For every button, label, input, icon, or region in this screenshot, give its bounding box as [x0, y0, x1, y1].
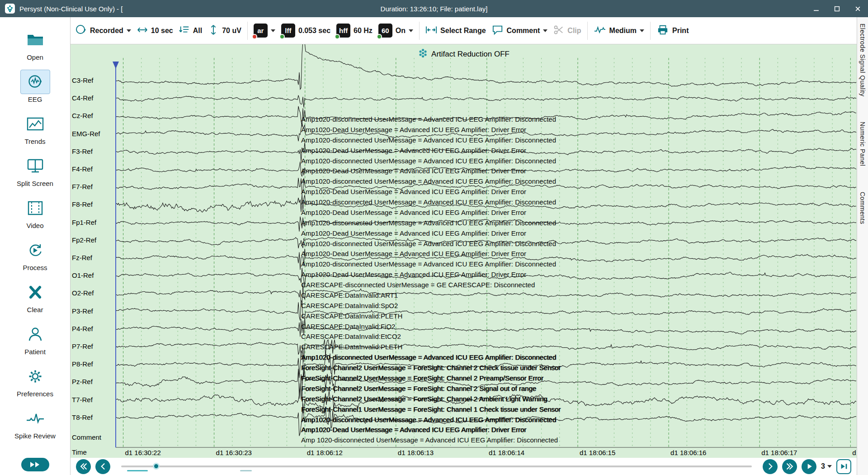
comment-row-label: Comment	[72, 433, 101, 441]
eeg-event-message: Amp1020-disconnected UserMessage = Advan…	[301, 136, 556, 144]
eeg-event-message: Amp1020-Dead UserMessage = Advanced ICU …	[301, 126, 526, 133]
timeline-scrollbar[interactable]	[121, 466, 752, 467]
select-range-button[interactable]: Select Range	[425, 24, 486, 37]
status-led-green	[377, 34, 382, 39]
artifact-reduction-toggle[interactable]: ar	[254, 24, 275, 38]
double-chevron-right-icon	[785, 462, 794, 471]
hff-badge-icon: hff	[336, 24, 350, 38]
time-axis-label: d1 18:06:12	[307, 449, 343, 456]
eeg-event-message: ForeSight-Channel2 UserMessage = ForeSig…	[301, 364, 561, 371]
scrollbar-thumb[interactable]	[153, 463, 160, 470]
right-tab-electrode-signal-quality[interactable]: Electrode Signal Quality	[859, 24, 866, 96]
clip-button: Clip	[553, 24, 581, 37]
vertical-arrows-icon	[208, 24, 219, 37]
channel-label: P3-Ref	[72, 307, 93, 315]
sidebar-item-label: Process	[23, 264, 47, 271]
toolbar-separator	[419, 22, 420, 40]
play-button[interactable]	[802, 459, 816, 474]
sidebar-item-split-screen[interactable]: Split Screen	[1, 147, 69, 189]
channel-label: C3-Ref	[72, 76, 94, 84]
eeg-event-message: Amp1020-Dead UserMessage = Advanced ICU …	[301, 426, 526, 433]
eeg-event-message: CARESCAPE:DataInvalid:EtCO2	[301, 332, 401, 340]
sidebar-item-trends[interactable]: Trends	[1, 105, 69, 147]
eeg-event-message: CARESCAPE:DataInvalid:PLETH	[301, 343, 402, 351]
channel-label: Pz-Ref	[72, 378, 93, 385]
eeg-event-message: Amp1020-disconnected UserMessage = Advan…	[301, 260, 556, 268]
sidebar-item-process[interactable]: Process	[1, 231, 69, 273]
print-button[interactable]: Print	[656, 24, 689, 37]
sidebar-item-label: Clear	[27, 306, 43, 314]
eeg-event-message: CARESCAPE:DataInvalid:FiO2	[301, 323, 395, 330]
right-tab-numeric-panel[interactable]: Numeric Panel	[859, 122, 866, 166]
timebase-label: 10 sec	[151, 27, 173, 35]
channel-label: F8-Ref	[72, 200, 93, 208]
sidebar-item-spike-review[interactable]: Spike Review	[1, 399, 69, 442]
page-step-dropdown[interactable]: 3	[821, 462, 832, 470]
time-axis-label: d1 16:30:23	[216, 449, 252, 456]
sidebar-item-preferences[interactable]: Preferences	[1, 357, 69, 399]
close-button[interactable]	[847, 0, 868, 17]
maximize-button[interactable]	[826, 0, 847, 17]
channel-label: Cz-Ref	[72, 112, 93, 119]
status-led-green	[335, 34, 340, 39]
timebase-control[interactable]: 10 sec	[137, 24, 173, 37]
display-filter-selector[interactable]: Medium	[594, 24, 644, 37]
toolbar-separator	[247, 22, 248, 40]
select-range-icon	[425, 24, 437, 37]
eeg-viewport[interactable]: Artifact Reduction OFF C3-RefC4-RefCz-Re…	[71, 44, 857, 458]
channel-label: F7-Ref	[72, 183, 93, 190]
time-axis-label: d1 18:06:13	[398, 449, 434, 456]
eeg-event-message: Amp1020-disconnected UserMessage = Advan…	[301, 353, 556, 361]
eeg-event-message: ForeSight-Channel2 UserMessage = ForeSig…	[301, 395, 547, 403]
sidebar-item-label: EEG	[28, 95, 42, 103]
titlebar: Persyst (Non-Clinical Use Only) - [ Dura…	[0, 0, 868, 17]
sensitivity-control[interactable]: 70 uV	[208, 24, 241, 37]
hff-control[interactable]: hff 60 Hz	[336, 24, 373, 38]
channel-label: EMG-Ref	[72, 130, 100, 138]
page-forward-fast-button[interactable]	[782, 459, 797, 474]
scissors-icon	[553, 24, 564, 37]
window-file-info: Duration: 13:26:10; File: patient.lay]	[381, 5, 488, 13]
content-row: OpenEEGTrendsSplit ScreenVideoProcessCle…	[0, 17, 868, 475]
toolbar: Recorded 10 sec All 70 uV ar	[71, 17, 857, 44]
montage-selector[interactable]: Recorded	[75, 24, 131, 38]
right-tab-comments[interactable]: Comments	[859, 192, 866, 224]
sidebar-item-eeg[interactable]: EEG	[1, 63, 69, 105]
page-back-button[interactable]	[95, 459, 110, 474]
eeg-event-message: Amp1020-disconnected UserMessage = Advan…	[301, 240, 556, 247]
sidebar-item-clear[interactable]: Clear	[1, 273, 69, 315]
comment-bubble-icon	[492, 24, 504, 37]
notch-filter-control[interactable]: 60 On	[378, 24, 413, 38]
chevron-down-icon	[271, 29, 275, 32]
page-forward-button[interactable]	[763, 459, 778, 474]
artifact-reduction-icon	[418, 48, 428, 60]
lff-control[interactable]: lff 0.053 sec	[281, 24, 330, 38]
fast-forward-button[interactable]	[21, 458, 49, 471]
minimize-button[interactable]	[806, 0, 826, 17]
clip-label: Clip	[567, 27, 581, 35]
print-label: Print	[672, 27, 689, 35]
sidebar-item-label: Preferences	[17, 390, 53, 398]
clear-x-icon	[20, 280, 50, 304]
page-step-value: 3	[821, 462, 825, 470]
step-to-end-button[interactable]	[836, 459, 851, 474]
eeg-event-message: Amp1020-disconnected UserMessage = Advan…	[301, 157, 556, 165]
page-back-fast-button[interactable]	[76, 459, 91, 474]
channel-label: O1-Ref	[72, 271, 94, 279]
time-row-label: Time	[72, 448, 87, 456]
sidebar: OpenEEGTrendsSplit ScreenVideoProcessCle…	[0, 17, 71, 475]
channels-filter[interactable]: All	[179, 24, 202, 37]
time-axis-label: d1 16:30:22	[125, 449, 161, 456]
notch-badge-icon: 60	[378, 24, 392, 38]
sidebar-item-video[interactable]: Video	[1, 189, 69, 231]
comment-button[interactable]: Comment	[492, 24, 548, 37]
double-chevron-left-icon	[79, 462, 88, 471]
chevron-right-icon	[766, 462, 775, 471]
sidebar-item-open[interactable]: Open	[1, 21, 69, 63]
process-cycle-icon	[20, 238, 50, 262]
sidebar-item-patient[interactable]: Patient	[1, 315, 69, 357]
eeg-event-message: CARESCAPE:DataInvalid:PLETH	[301, 312, 402, 320]
channels-all-label: All	[193, 27, 202, 35]
chevron-left-icon	[99, 462, 108, 471]
time-axis-label: d1 18:06:14	[489, 449, 524, 456]
